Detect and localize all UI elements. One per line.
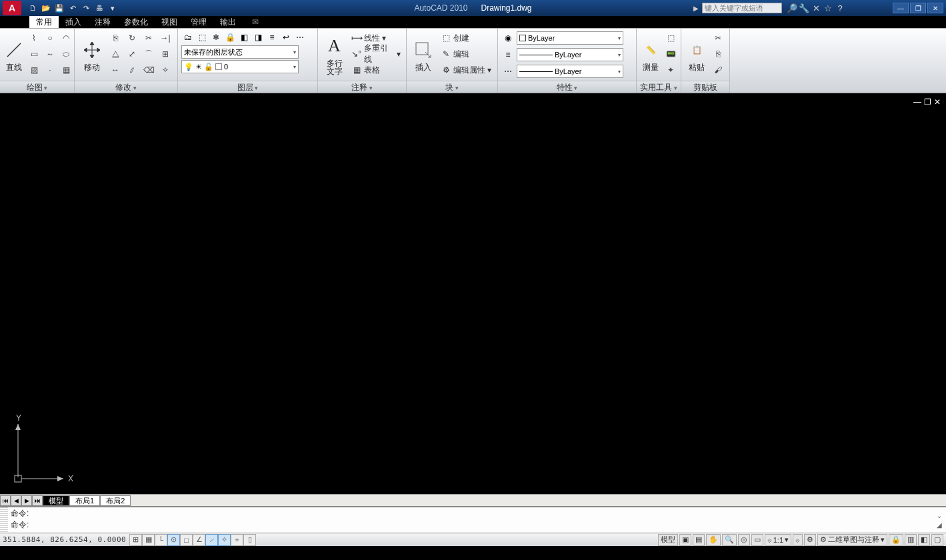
cmdline-toggle-icon[interactable]: ⌄ [937,512,942,519]
coordinates[interactable]: 351.5884, 826.6254, 0.0000 [0,535,127,544]
tab-manage[interactable]: 管理 [184,16,213,28]
mail-icon[interactable]: ✉ [248,16,263,28]
quickview-layouts-icon[interactable]: ▣ [679,534,691,546]
move-button[interactable]: 移动 [78,31,106,79]
explode-icon[interactable]: ✧ [158,63,173,77]
nav-wheel-icon[interactable]: ◎ [738,534,750,546]
command-line[interactable]: 命令: 命令: ⌄◢ [0,506,946,533]
layer-color-icon[interactable]: ◧ [237,31,251,44]
qp-toggle[interactable]: ▯ [243,534,256,546]
polar-toggle[interactable]: ⊙ [167,534,180,546]
stretch-icon[interactable]: ↔ [108,63,123,77]
fillet-icon[interactable]: ⌒ [141,47,156,61]
scale-icon[interactable]: ⤢ [125,47,139,61]
panel-modify-title[interactable]: 修改 [115,83,137,92]
workspace-switch[interactable]: ⚙ 二维草图与注释 ▾ [817,534,887,546]
layout-next-icon[interactable]: ▶ [21,495,32,506]
extend-icon[interactable]: →| [158,31,173,45]
point-icon[interactable]: · [43,63,57,77]
showmotion-icon[interactable]: ▭ [751,534,763,546]
cmdline-grip[interactable] [0,507,8,533]
ann-scale-icon[interactable]: ⟐ 1:1▾ [765,534,791,546]
binoculars-icon[interactable]: 🔎 [786,2,798,14]
tab-view[interactable]: 视图 [155,16,184,28]
mleader-button[interactable]: ↘°多重引线 ▾ [349,47,403,61]
osnap-toggle[interactable]: □ [180,534,193,546]
tab-annotate[interactable]: 注释 [88,16,117,28]
search-input[interactable] [702,3,782,13]
id-point-icon[interactable]: ✦ [663,63,678,77]
panel-draw-title[interactable]: 绘图 [27,83,48,92]
panel-annot-title[interactable]: 注释 [351,83,373,92]
ann-vis-icon[interactable]: ⟐ [793,534,803,546]
layer-more-icon[interactable]: ⋯ [293,31,307,44]
favorite-icon[interactable]: ☆ [822,2,834,14]
linetype-icon[interactable]: ⋯ [501,65,515,78]
close-icon[interactable]: ✕ [927,3,943,13]
help-icon[interactable]: ? [834,2,846,14]
mirror-icon[interactable]: ⧋ [108,47,123,61]
block-create-button[interactable]: ⬚创建 [439,31,493,45]
polyline-icon[interactable]: ⌇ [27,31,41,45]
tab-layout1[interactable]: 布局1 [69,495,100,506]
trim-icon[interactable]: ✂ [141,31,156,45]
color-dropdown[interactable]: ByLayer▾ [517,31,623,45]
arc-icon[interactable]: ◠ [59,31,73,45]
layout-first-icon[interactable]: ⏮ [0,495,11,506]
layer-iso-icon[interactable]: ◨ [251,31,265,44]
line-button[interactable]: 直线 [3,31,25,79]
color-wheel-icon[interactable]: ◉ [501,31,515,45]
measure-button[interactable]: 📏 测量 [640,31,661,79]
tab-layout2[interactable]: 布局2 [100,495,131,506]
tab-parametric[interactable]: 参数化 [117,16,155,28]
save-icon[interactable]: 💾 [53,2,65,14]
new-icon[interactable]: 🗋 [27,2,39,14]
tab-output[interactable]: 输出 [213,16,243,28]
search-go-icon[interactable]: ▶ [691,5,701,12]
lineweight-icon[interactable]: ≡ [501,48,515,61]
layer-off-icon[interactable]: ⬚ [195,31,209,44]
dyn-toggle[interactable]: ✧ [218,534,231,546]
canvas-minimize-icon[interactable]: ― [913,97,921,107]
nav-pan-icon[interactable]: ✋ [706,534,721,546]
mtext-button[interactable]: A 多行 文字 [321,31,347,79]
cmdline-resize-icon[interactable]: ◢ [937,521,942,529]
ann-auto-icon[interactable]: ⚙ [804,534,816,546]
layer-state-dropdown[interactable]: 未保存的图层状态▾ [181,45,299,59]
drawing-canvas[interactable]: ― ❐ ✕ Y X [0,93,946,494]
quickview-drawings-icon[interactable]: ▤ [693,534,705,546]
linetype-dropdown[interactable]: ByLayer▾ [517,65,623,78]
table-button[interactable]: ▦表格 [349,63,403,77]
open-icon[interactable]: 📂 [40,2,52,14]
app-menu-logo[interactable]: A [3,1,21,15]
canvas-close-icon[interactable]: ✕ [934,97,941,107]
otrack-toggle[interactable]: ∠ [193,534,205,546]
panel-layers-title[interactable]: 图层 [237,83,259,92]
clean-screen-icon[interactable]: ▢ [931,534,943,546]
quickcalc-icon[interactable]: 📟 [663,47,678,61]
array-icon[interactable]: ⊞ [158,47,173,61]
ortho-toggle[interactable]: └ [155,534,167,546]
tab-model[interactable]: 模型 [43,495,69,506]
isolate-icon[interactable]: ◧ [918,534,930,546]
rotate-icon[interactable]: ↻ [125,31,139,45]
layer-match-icon[interactable]: ≡ [265,31,279,44]
layer-lock-icon[interactable]: 🔒 [223,31,237,44]
paste-button[interactable]: 📋 粘贴 [685,31,709,79]
match-prop-icon[interactable]: 🖌 [711,63,725,77]
copy-icon[interactable]: ⎘ [108,31,123,45]
qat-dropdown-icon[interactable]: ▾ [107,2,119,14]
hatch-icon[interactable]: ▨ [27,63,41,77]
snap-toggle[interactable]: ⊞ [129,534,142,546]
block-edit-button[interactable]: ✎编辑 [439,47,493,61]
layout-prev-icon[interactable]: ◀ [11,495,21,506]
cut-icon[interactable]: ✂ [711,31,725,45]
tab-home[interactable]: 常用 [29,16,59,28]
panel-clip-title[interactable]: 剪贴板 [693,83,717,92]
offset-icon[interactable]: ⫽ [125,63,139,77]
copy-clip-icon[interactable]: ⎘ [711,47,725,61]
layer-prop-icon[interactable]: 🗂 [181,31,195,44]
exchange-icon[interactable]: ✕ [810,2,822,14]
lineweight-dropdown[interactable]: ByLayer▾ [517,48,623,61]
lwt-toggle[interactable]: ＋ [231,534,243,546]
